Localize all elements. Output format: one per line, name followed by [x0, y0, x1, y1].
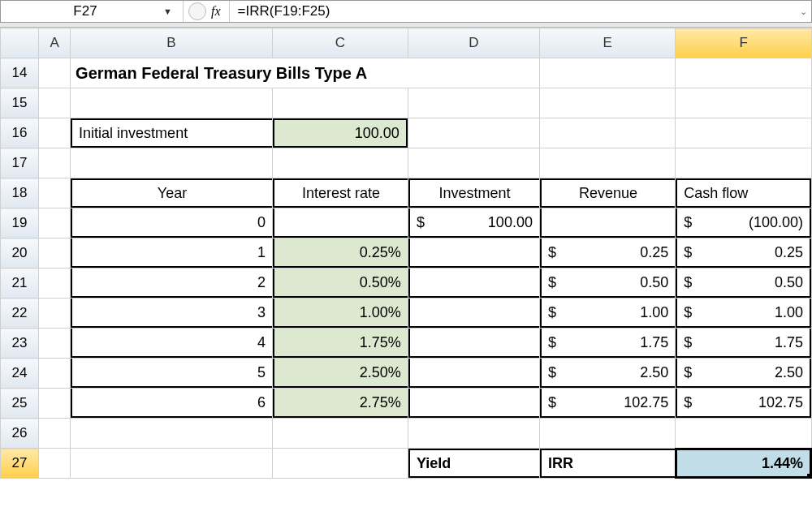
formula-input[interactable]: =IRR(F19:F25) — [230, 3, 795, 19]
header-cashflow[interactable]: Cash flow — [676, 178, 812, 208]
table-row: 22 3 1.00% $1.00 $1.00 — [1, 299, 812, 329]
cashflow-cell[interactable]: $102.75 — [676, 389, 812, 419]
col-header-F[interactable]: F — [676, 28, 812, 58]
rate-cell[interactable]: 1.75% — [273, 329, 408, 359]
select-all-corner[interactable] — [1, 28, 39, 58]
header-rate[interactable]: Interest rate — [273, 178, 408, 208]
cashflow-cell[interactable]: $1.00 — [676, 299, 812, 329]
rate-cell[interactable]: 0.50% — [273, 269, 408, 299]
col-header-D[interactable]: D — [408, 28, 539, 58]
investment-cell[interactable] — [408, 239, 539, 269]
row-header[interactable]: 15 — [1, 88, 39, 118]
fx-area: fx — [184, 1, 230, 22]
spreadsheet-grid[interactable]: A B C D E F 14 German Federal Treasury B… — [0, 28, 812, 479]
cashflow-cell[interactable]: $1.75 — [676, 329, 812, 359]
table-row: 23 4 1.75% $1.75 $1.75 — [1, 329, 812, 359]
row-header[interactable]: 18 — [1, 178, 39, 208]
name-box[interactable]: F27 ▼ — [1, 1, 184, 22]
revenue-cell[interactable] — [539, 208, 675, 239]
row-header[interactable]: 17 — [1, 148, 39, 178]
cell-reference: F27 — [7, 3, 163, 19]
rate-cell[interactable]: 0.25% — [273, 239, 408, 269]
row-header[interactable]: 16 — [1, 118, 39, 148]
revenue-cell[interactable]: $0.25 — [539, 239, 675, 269]
row-header[interactable]: 23 — [1, 329, 39, 359]
row-header[interactable]: 22 — [1, 299, 39, 329]
row-header[interactable]: 25 — [1, 389, 39, 419]
investment-cell[interactable] — [408, 389, 539, 419]
year-cell[interactable]: 6 — [71, 389, 273, 419]
cell[interactable] — [39, 58, 71, 88]
table-row: 20 1 0.25% $0.25 $0.25 — [1, 239, 812, 269]
row: 17 — [1, 148, 812, 178]
formula-bar: F27 ▼ fx =IRR(F19:F25) ⌄ — [0, 0, 812, 23]
rate-cell[interactable]: 1.00% — [273, 299, 408, 329]
row: 26 — [1, 419, 812, 449]
revenue-cell[interactable]: $2.50 — [539, 359, 675, 389]
yield-value[interactable]: 1.44% — [676, 449, 812, 479]
row: 16 Initial investment 100.00 — [1, 118, 812, 148]
row-header[interactable]: 14 — [1, 58, 39, 88]
row-header[interactable]: 27 — [1, 449, 39, 479]
row-header[interactable]: 19 — [1, 208, 39, 239]
rate-cell[interactable] — [273, 208, 408, 239]
col-header-E[interactable]: E — [539, 28, 675, 58]
cashflow-cell[interactable]: $(100.00) — [676, 208, 812, 239]
revenue-cell[interactable]: $1.75 — [539, 329, 675, 359]
table-row: 21 2 0.50% $0.50 $0.50 — [1, 269, 812, 299]
cashflow-cell[interactable]: $2.50 — [676, 359, 812, 389]
year-cell[interactable]: 1 — [71, 239, 273, 269]
header-year[interactable]: Year — [71, 178, 273, 208]
col-header-A[interactable]: A — [39, 28, 71, 58]
investment-cell[interactable] — [408, 299, 539, 329]
col-header-B[interactable]: B — [71, 28, 273, 58]
row: 14 German Federal Treasury Bills Type A — [1, 58, 812, 88]
yield-method[interactable]: IRR — [539, 449, 675, 479]
cell[interactable] — [676, 58, 812, 88]
row: 15 — [1, 88, 812, 118]
cashflow-cell[interactable]: $0.50 — [676, 269, 812, 299]
year-cell[interactable]: 3 — [71, 299, 273, 329]
row-header[interactable]: 20 — [1, 239, 39, 269]
initial-investment-label[interactable]: Initial investment — [71, 118, 273, 148]
title-cell[interactable]: German Federal Treasury Bills Type A — [71, 58, 540, 88]
cashflow-cell[interactable]: $0.25 — [676, 239, 812, 269]
header-investment[interactable]: Investment — [408, 178, 539, 208]
row-header[interactable]: 26 — [1, 419, 39, 449]
cell[interactable] — [539, 58, 675, 88]
rate-cell[interactable]: 2.50% — [273, 359, 408, 389]
yield-label[interactable]: Yield — [408, 449, 539, 479]
table-header-row: 18 Year Interest rate Investment Revenue… — [1, 178, 812, 208]
revenue-cell[interactable]: $1.00 — [539, 299, 675, 329]
revenue-cell[interactable]: $0.50 — [539, 269, 675, 299]
header-revenue[interactable]: Revenue — [539, 178, 675, 208]
expand-formula-bar-icon[interactable]: ⌄ — [795, 6, 811, 17]
investment-cell[interactable]: $100.00 — [408, 208, 539, 239]
investment-cell[interactable] — [408, 359, 539, 389]
yield-row: 27 Yield IRR 1.44% — [1, 449, 812, 479]
table-row: 25 6 2.75% $102.75 $102.75 — [1, 389, 812, 419]
col-header-C[interactable]: C — [273, 28, 408, 58]
year-cell[interactable]: 4 — [71, 329, 273, 359]
table-row: 19 0 $100.00 $(100.00) — [1, 208, 812, 239]
table-row: 24 5 2.50% $2.50 $2.50 — [1, 359, 812, 389]
fx-icon[interactable]: fx — [211, 1, 230, 22]
name-box-dropdown-icon[interactable]: ▼ — [163, 6, 176, 16]
revenue-cell[interactable]: $102.75 — [539, 389, 675, 419]
year-cell[interactable]: 0 — [71, 208, 273, 239]
initial-investment-value[interactable]: 100.00 — [273, 118, 408, 148]
investment-cell[interactable] — [408, 329, 539, 359]
rate-cell[interactable]: 2.75% — [273, 389, 408, 419]
row-header[interactable]: 24 — [1, 359, 39, 389]
year-cell[interactable]: 2 — [71, 269, 273, 299]
year-cell[interactable]: 5 — [71, 359, 273, 389]
cancel-icon[interactable] — [188, 2, 206, 20]
column-headers: A B C D E F — [1, 28, 812, 58]
investment-cell[interactable] — [408, 269, 539, 299]
row-header[interactable]: 21 — [1, 269, 39, 299]
